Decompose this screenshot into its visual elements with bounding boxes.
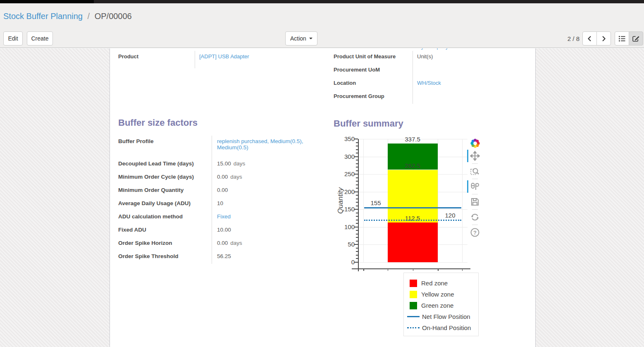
legend-label-on-hand-position: On-Hand Position: [422, 324, 471, 331]
field-label-fixed-adu: Fixed ADU: [118, 224, 212, 237]
field-label-decoupled-lead-time-days: Decoupled Lead Time (days): [118, 158, 212, 171]
action-dropdown-button[interactable]: Action: [285, 31, 317, 45]
field-text-order-spike-horizon: 0.00: [217, 240, 228, 246]
breadcrumb: Stock Buffer Planning / OP/00006: [3, 12, 132, 21]
form-sheet: My Company Product[ADPT] USB Adapter Pro…: [110, 48, 536, 347]
field-row-decoupled-lead-time-days: Decoupled Lead Time (days)15.00days: [118, 158, 329, 171]
bar-value-label: 337.5: [398, 135, 427, 144]
legend-item-on-hand-position[interactable]: On-Hand Position: [404, 322, 478, 333]
y-axis-tick: [354, 156, 358, 157]
field-link-product[interactable]: [ADPT] USB Adapter: [199, 53, 249, 60]
pager-prev-button[interactable]: [582, 31, 597, 45]
legend-item-green-zone[interactable]: Green zone: [404, 300, 478, 311]
list-view-button[interactable]: [615, 31, 629, 45]
legend-item-yellow-zone[interactable]: Yellow zone: [404, 289, 478, 300]
gridline-h: [358, 262, 467, 263]
zoom-box-icon[interactable]: [470, 165, 480, 177]
field-link-location[interactable]: WH/Stock: [417, 80, 441, 86]
field-row-order-spike-horizon: Order Spike Horizon0.00days: [118, 237, 329, 251]
field-row-adu-calculation-method: ADU calculation methodFixed: [118, 211, 329, 224]
legend-label-red-zone: Red zone: [421, 280, 448, 287]
plotly-logo-icon[interactable]: [470, 137, 480, 150]
y-axis-title: Quantity: [336, 172, 345, 230]
field-group-product: Product[ADPT] USB Adapter: [118, 51, 316, 68]
modebar-divider: [472, 163, 478, 164]
field-value-adu-calculation-method: Fixed: [212, 211, 320, 224]
field-row-buffer-profile: Buffer Profilereplenish purchased, Mediu…: [118, 136, 329, 158]
breadcrumb-parent-link[interactable]: Stock Buffer Planning: [3, 12, 83, 21]
modebar-divider: [472, 225, 478, 225]
edit-button[interactable]: Edit: [3, 31, 23, 45]
y-axis-tick: [354, 209, 358, 210]
field-row-order-spike-threshold: Order Spike Threshold56.25: [118, 251, 329, 264]
bar-value-label: 262.5: [398, 162, 427, 170]
pan-icon[interactable]: [470, 150, 480, 162]
action-label: Action: [290, 35, 306, 42]
y-tick-label: 50: [336, 241, 355, 248]
modebar-divider: [472, 209, 478, 210]
field-row-product-unit-of-measure: Product Unit of MeasureUnit(s): [334, 51, 528, 64]
breadcrumb-separator: /: [85, 12, 93, 21]
chevron-right-icon: [601, 36, 607, 42]
view-switcher: [615, 31, 643, 45]
content-background: My Company Product[ADPT] USB Adapter Pro…: [0, 48, 644, 347]
y-axis-tick: [354, 227, 358, 227]
field-value-buffer-profile: replenish purchased, Medium(0.5), Medium…: [212, 136, 320, 158]
pager-next-button[interactable]: [596, 31, 611, 45]
hover-compare-icon[interactable]: [470, 180, 480, 193]
net-flow-position-swatch: [407, 316, 420, 317]
field-text-product-unit-of-measure: Unit(s): [417, 53, 433, 60]
field-unit-decoupled-lead-time-days: days: [231, 160, 246, 167]
edit-form-icon: [632, 36, 640, 42]
red-zone-swatch: [410, 280, 417, 287]
field-row-average-daily-usage-adu: Average Daily Usage (ADU)10: [118, 198, 329, 211]
help-icon[interactable]: ?: [470, 226, 480, 239]
field-value-product-unit-of-measure: Unit(s): [413, 51, 528, 64]
y-axis-tick: [354, 191, 358, 192]
chart-modebar: ?: [469, 137, 481, 239]
field-row-minimum-order-quantity: Minimum Order Quantity0.00: [118, 184, 329, 198]
field-group-buffer-factors: Buffer Profilereplenish purchased, Mediu…: [118, 136, 329, 264]
field-label-location: Location: [334, 77, 413, 91]
bar-value-label: 112.5: [398, 214, 427, 223]
legend-item-net-flow-position[interactable]: Net Flow Position: [404, 311, 478, 322]
field-value-procurement-uom: [413, 64, 528, 77]
legend-label-net-flow-position: Net Flow Position: [422, 313, 470, 320]
control-panel: Stock Buffer Planning / OP/00006 Edit Cr…: [0, 3, 644, 48]
field-value-minimum-order-quantity: 0.00: [212, 184, 320, 198]
field-group-procurement: Product Unit of MeasureUnit(s)Procuremen…: [334, 51, 528, 104]
field-label-order-spike-threshold: Order Spike Threshold: [118, 251, 212, 264]
legend-label-yellow-zone: Yellow zone: [421, 291, 454, 298]
y-axis-tick: [354, 174, 358, 175]
modebar-divider: [472, 179, 478, 179]
chevron-left-icon: [587, 36, 593, 42]
field-row-fixed-adu: Fixed ADU10.00: [118, 224, 329, 237]
field-link-buffer-profile[interactable]: replenish purchased, Medium(0.5), Medium…: [217, 138, 303, 151]
field-label-procurement-group: Procurement Group: [334, 91, 413, 104]
y-tick-label: 0: [336, 258, 355, 266]
legend-label-green-zone: Green zone: [421, 302, 453, 309]
field-value-procurement-group: [413, 91, 528, 104]
field-value-order-spike-horizon: 0.00days: [212, 237, 320, 251]
create-button[interactable]: Create: [27, 31, 53, 45]
field-row-procurement-group: Procurement Group: [334, 91, 528, 104]
field-value-location: WH/Stock: [413, 77, 528, 91]
on-hand-position-swatch: [407, 327, 420, 328]
caret-down-icon: [309, 38, 312, 39]
buffer-summary-chart: 050100150200250300350Quantity337.5262.51…: [333, 137, 492, 347]
yellow-zone-swatch: [410, 291, 417, 298]
field-link-adu-calculation-method[interactable]: Fixed: [217, 213, 231, 220]
gridline-v: [438, 139, 438, 262]
red-zone-bar: [388, 223, 438, 262]
legend-item-red-zone[interactable]: Red zone: [404, 278, 478, 289]
gridline-v: [462, 139, 463, 262]
pager-count: 2 / 8: [568, 35, 580, 42]
field-text-fixed-adu: 10.00: [217, 227, 231, 233]
section-title-buffer-summary: Buffer summary: [334, 118, 403, 129]
form-view-button[interactable]: [629, 31, 643, 45]
reset-icon[interactable]: [470, 211, 480, 223]
field-value-order-spike-threshold: 56.25: [212, 251, 320, 264]
field-text-minimum-order-cycle-days: 0.00: [217, 174, 228, 180]
save-icon[interactable]: [470, 196, 480, 208]
field-row-product: Product[ADPT] USB Adapter: [118, 51, 316, 68]
